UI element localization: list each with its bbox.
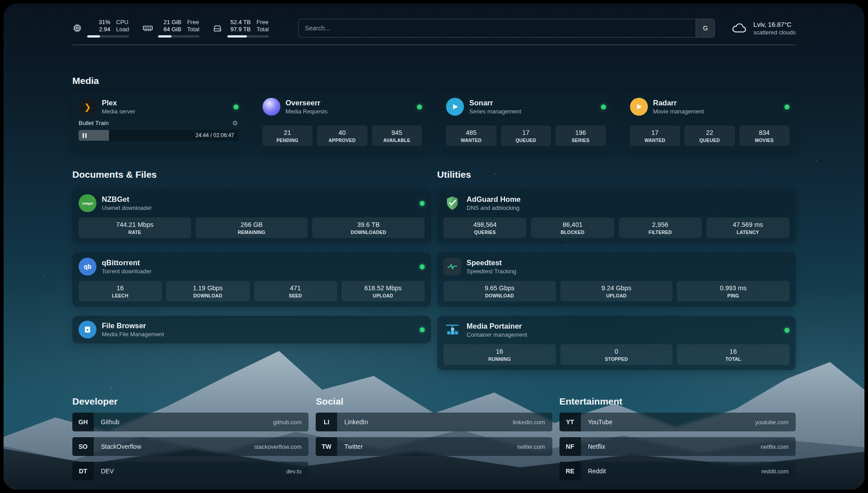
- memory-total-label: Total: [187, 26, 199, 33]
- disk-free-label: Free: [256, 19, 268, 26]
- app-name: Media Portainer: [467, 322, 527, 330]
- gear-icon[interactable]: [232, 120, 238, 126]
- section-title-developer: Developer: [72, 396, 309, 407]
- cpu-load-label: Load: [116, 26, 129, 33]
- bookmark-row-netflix[interactable]: NF Netflix netflix.com: [559, 437, 796, 456]
- stat-box: 2,956FILTERED: [619, 217, 702, 238]
- section-title-utilities: Utilities: [437, 169, 796, 180]
- status-dot: [601, 104, 606, 109]
- app-subtitle: Torrent downloader: [102, 268, 151, 275]
- bookmark-abbr: RE: [559, 462, 581, 480]
- bookmark-abbr: TW: [316, 437, 337, 456]
- sonarr-card[interactable]: Sonarr Series management 485WANTED 17QUE…: [440, 92, 612, 151]
- sonarr-icon: [446, 98, 464, 116]
- cpu-usage-value: 31%: [87, 19, 110, 26]
- stat-box: 16TOTAL: [677, 344, 789, 365]
- bookmark-name: StackOverflow: [101, 443, 141, 450]
- stat-box: 618.52 MbpsUPLOAD: [342, 281, 425, 301]
- radarr-icon: [630, 98, 648, 116]
- cpu-load-value: 2.94: [87, 26, 110, 33]
- stat-box: 17QUEUED: [501, 125, 551, 146]
- bookmark-url: github.com: [273, 419, 302, 426]
- stat-box: 485WANTED: [446, 125, 497, 146]
- adguard-card[interactable]: AdGuard Home DNS and adblocking 498,564Q…: [437, 189, 796, 243]
- stat-box: 9.24 GbpsUPLOAD: [560, 281, 673, 301]
- bookmark-url: stackoverflow.com: [254, 443, 301, 450]
- stat-box: 39.6 TBDOWNLOADED: [312, 217, 425, 238]
- bookmark-row-reddit[interactable]: RE Reddit reddit.com: [559, 462, 796, 480]
- bookmark-row-stackoverflow[interactable]: SO StackOverflow stackoverflow.com: [72, 437, 309, 456]
- bookmark-abbr: YT: [559, 413, 581, 431]
- section-title-social: Social: [316, 396, 552, 407]
- plex-playback-bar[interactable]: 24:44 / 02:06:47: [79, 130, 238, 141]
- stat-box: 47.569 msLATENCY: [706, 217, 789, 238]
- status-dot: [417, 104, 422, 109]
- status-dot: [420, 201, 425, 206]
- bookmark-name: DEV: [101, 468, 114, 475]
- stat-box: 0STOPPED: [560, 344, 673, 365]
- status-dot: [420, 264, 425, 269]
- memory-widget: 21 GiBFree 64 GiBTotal: [142, 19, 199, 38]
- app-name: File Browser: [102, 322, 164, 330]
- speedtest-icon: [443, 258, 461, 276]
- section-title-documents: Documents & Files: [72, 169, 431, 180]
- search-engine-button[interactable]: G: [696, 19, 714, 37]
- filebrowser-card[interactable]: File Browser Media File Management: [72, 316, 431, 343]
- stat-box: 945AVAILABLE: [372, 125, 422, 146]
- weather-widget: Lviv, 16.87°C scattered clouds: [731, 21, 796, 36]
- bookmark-row-youtube[interactable]: YT YouTube youtube.com: [559, 413, 796, 431]
- app-name: Overseerr: [286, 99, 328, 107]
- memory-total-value: 64 GiB: [158, 26, 181, 33]
- stat-box: 196SERIES: [555, 125, 606, 146]
- status-dot: [785, 104, 789, 109]
- stat-box: 744.21 MbpsRATE: [79, 217, 191, 238]
- section-title-entertainment: Entertainment: [559, 396, 796, 407]
- bookmark-row-github[interactable]: GH Github github.com: [72, 413, 309, 431]
- memory-free-label: Free: [187, 19, 199, 26]
- pause-icon[interactable]: [83, 133, 87, 138]
- bookmark-url: reddit.com: [761, 468, 789, 475]
- portainer-card[interactable]: Media Portainer Container management 16R…: [437, 316, 796, 370]
- stat-box: 22QUEUED: [684, 125, 735, 146]
- app-name: NZBGet: [102, 195, 152, 204]
- status-dot: [234, 104, 238, 109]
- bookmark-url: netflix.com: [761, 443, 789, 450]
- bookmark-url: twitter.com: [517, 443, 545, 450]
- stat-box: 17WANTED: [630, 125, 680, 146]
- qbittorrent-card[interactable]: qb qBittorrent Torrent downloader 16LEEC…: [72, 252, 431, 307]
- app-name: Speedtest: [467, 259, 516, 267]
- speedtest-card[interactable]: Speedtest Speedtest Tracking 9.65 GbpsDO…: [437, 252, 796, 307]
- bookmark-name: YouTube: [588, 418, 613, 426]
- memory-icon: [142, 23, 153, 33]
- bookmark-name: Github: [101, 418, 119, 426]
- bookmark-url: youtube.com: [755, 419, 789, 426]
- app-subtitle: Series management: [469, 108, 521, 115]
- nzbget-card[interactable]: nzbget NZBGet Usenet downloader 744.21 M…: [72, 189, 431, 243]
- stat-box: 1.19 GbpsDOWNLOAD: [166, 281, 249, 301]
- disk-progress-bar: [227, 35, 268, 38]
- memory-free-value: 21 GiB: [158, 19, 181, 26]
- app-subtitle: DNS and adblocking: [467, 205, 521, 211]
- bookmark-row-dev[interactable]: DT DEV dev.to: [72, 462, 309, 480]
- search-bar[interactable]: G: [298, 19, 715, 38]
- dashboard-app: 31%CPU 2.94Load 21 GiBFree 64 GiBTotal: [4, 4, 864, 489]
- bookmark-row-twitter[interactable]: TW Twitter twitter.com: [316, 437, 552, 456]
- bookmark-abbr: SO: [72, 437, 94, 456]
- search-input[interactable]: [299, 19, 696, 37]
- cpu-usage-label: CPU: [116, 19, 128, 26]
- stat-box: 0.993 msPING: [677, 281, 789, 301]
- bookmark-row-linkedin[interactable]: LI LinkedIn linkedin.com: [316, 413, 552, 431]
- disk-total-value: 97.9 TB: [227, 26, 250, 33]
- bookmark-name: Netflix: [588, 443, 605, 450]
- status-dot: [785, 328, 789, 333]
- bookmark-name: LinkedIn: [344, 418, 368, 426]
- wallpaper-snowflakes: [4, 4, 4, 4]
- overseerr-card[interactable]: Overseerr Media Requests 21PENDING 40APP…: [256, 92, 429, 151]
- radarr-card[interactable]: Radarr Movie management 17WANTED 22QUEUE…: [624, 92, 796, 151]
- plex-card[interactable]: Plex Media server Bullet Train: [72, 92, 245, 151]
- app-subtitle: Media server: [102, 108, 135, 115]
- adguard-icon: [443, 194, 461, 212]
- stat-box: 86,401BLOCKED: [531, 217, 614, 238]
- bookmark-url: linkedin.com: [513, 419, 545, 426]
- cpu-progress-bar: [87, 35, 129, 38]
